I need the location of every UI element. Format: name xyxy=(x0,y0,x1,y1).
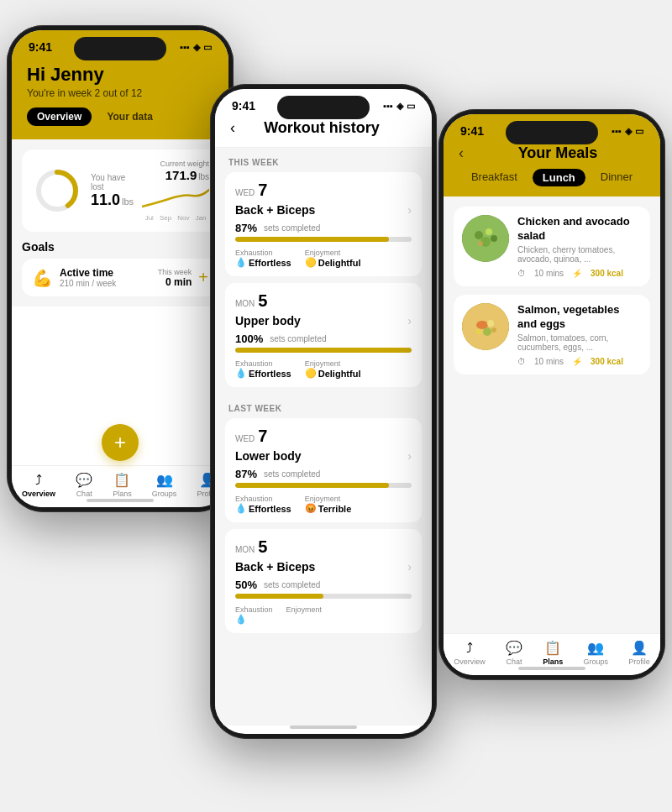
exhaustion-stat-2: Exhaustion 💧 Effortless xyxy=(235,359,291,379)
phone-workout: 9:41 ▪▪▪ ◈ ▭ ‹ Workout history THIS WEEK… xyxy=(210,84,437,739)
meal-name-2: Salmon, vegetables and eggs xyxy=(517,303,642,332)
workout-day-abbr-4: MON xyxy=(235,545,255,554)
workout-name-3: Lower body xyxy=(235,449,302,463)
phone-workout-screen: 9:41 ▪▪▪ ◈ ▭ ‹ Workout history THIS WEEK… xyxy=(215,89,432,734)
meal-image-1 xyxy=(462,215,509,262)
nav-item-plans[interactable]: 📋 Plans xyxy=(113,472,132,498)
enjoyment-label-4: Enjoyment xyxy=(286,605,323,614)
exhaustion-value-3: Effortless xyxy=(249,504,291,514)
workout-day-abbr-3: WED xyxy=(235,434,255,443)
tab-breakfast[interactable]: Breakfast xyxy=(465,169,524,186)
home-indicator-right xyxy=(518,667,585,670)
plans-icon: 📋 xyxy=(113,472,130,488)
enjoyment-stat-4: Enjoyment xyxy=(286,605,323,625)
exhaustion-stat-3: Exhaustion 💧 Effortless xyxy=(235,495,291,514)
exhaustion-stat-1: Exhaustion 💧 Effortless xyxy=(235,249,291,268)
workout-title: Workout history xyxy=(242,119,402,137)
exhaustion-label-1: Exhaustion xyxy=(235,249,291,257)
progress-fill-3 xyxy=(235,483,389,488)
battery-icon-right: ▭ xyxy=(635,126,643,137)
progress-fill-1 xyxy=(235,237,389,242)
plans-icon-right: 📋 xyxy=(544,640,561,656)
workout-day-num-4: 5 xyxy=(258,537,267,557)
goal-name: Active time xyxy=(60,267,151,279)
status-icons-right: ▪▪▪ ◈ ▭ xyxy=(612,126,643,137)
workout-entry-wed-7[interactable]: WED 7 Back + Biceps › 87% sets completed… xyxy=(225,172,422,276)
nav-label-right-overview: Overview xyxy=(454,657,486,666)
weight-lost-unit: lbs xyxy=(122,196,134,207)
nav-label-right-chat: Chat xyxy=(506,657,522,666)
workout-chevron-2: › xyxy=(407,314,412,327)
overview-body: You have lost 11.0 lbs Current weight 17… xyxy=(12,139,228,306)
meals-header: ‹ Your Meals Breakfast Lunch Dinner xyxy=(444,141,660,196)
workout-entry-mon-5[interactable]: MON 5 Upper body › 100% sets completed E… xyxy=(225,283,422,387)
goal-this-week-label: This week xyxy=(158,268,192,276)
workout-chevron-4: › xyxy=(407,560,412,574)
nav-item-overview[interactable]: ⤴ Overview xyxy=(22,473,55,498)
goals-title: Goals xyxy=(22,240,218,254)
status-icons-mid: ▪▪▪ ◈ ▭ xyxy=(383,101,415,112)
fab-button[interactable]: + xyxy=(102,424,139,461)
enjoyment-value-2: Delightful xyxy=(318,369,361,379)
meal-tabs: Breakfast Lunch Dinner xyxy=(459,169,645,186)
enjoyment-stat-1: Enjoyment 🟡 Delightful xyxy=(305,249,361,268)
meal-card-2[interactable]: Salmon, vegetables and eggs Salmon, toma… xyxy=(454,295,650,375)
tab-overview[interactable]: Overview xyxy=(27,107,92,126)
signal-icon-right: ▪▪▪ xyxy=(612,126,622,136)
sets-label-3: sets completed xyxy=(264,469,320,479)
enjoyment-stat-2: Enjoyment 🟡 Delightful xyxy=(305,359,361,379)
chart-label-nov: Nov xyxy=(177,214,189,222)
workout-name-2: Upper body xyxy=(235,314,301,327)
meals-title: Your Meals xyxy=(470,144,645,162)
current-weight-label: Current weight xyxy=(142,160,209,168)
status-time-mid: 9:41 xyxy=(232,99,255,113)
nav-label-right-groups: Groups xyxy=(584,657,609,666)
nav-item-right-groups[interactable]: 👥 Groups xyxy=(584,640,609,666)
back-button[interactable]: ‹ xyxy=(230,119,235,137)
exhaustion-icon-3: 💧 xyxy=(235,503,247,514)
overview-icon-right: ⤴ xyxy=(466,641,473,656)
workout-stats-2: Exhaustion 💧 Effortless Enjoyment 🟡 Deli… xyxy=(235,359,412,379)
goal-icon-muscle: 💪 xyxy=(32,268,53,288)
goal-add-button[interactable]: + xyxy=(198,268,208,287)
tab-lunch[interactable]: Lunch xyxy=(533,169,585,186)
goal-info: Active time 210 min / week xyxy=(60,267,151,288)
workout-day-abbr-1: WED xyxy=(235,188,255,197)
this-week-label: THIS WEEK xyxy=(215,148,432,172)
workout-stats-3: Exhaustion 💧 Effortless Enjoyment 😡 Terr… xyxy=(235,495,412,514)
workout-entry-lw-mon-5[interactable]: MON 5 Back + Biceps › 50% sets completed… xyxy=(225,529,422,633)
status-time-right: 9:41 xyxy=(460,124,484,138)
weight-lost-value: 11.0 xyxy=(91,191,120,209)
nav-item-chat[interactable]: 💬 Chat xyxy=(76,472,92,498)
workout-pct-2: 100% xyxy=(235,333,263,345)
workout-entry-lw-wed-7[interactable]: WED 7 Lower body › 87% sets completed Ex… xyxy=(225,418,422,522)
wifi-icon-right: ◈ xyxy=(625,126,632,137)
workout-name-1: Back + Biceps xyxy=(235,203,315,217)
meal-meta-2: ⏱ 10 mins ⚡ 300 kcal xyxy=(517,357,642,366)
nav-item-right-plans[interactable]: 📋 Plans xyxy=(543,640,563,666)
meal-card-1[interactable]: Chicken and avocado salad Chicken, cherr… xyxy=(454,207,650,286)
status-bar-mid: 9:41 ▪▪▪ ◈ ▭ xyxy=(215,89,432,116)
progress-bar-1 xyxy=(235,237,412,242)
workout-body: THIS WEEK WED 7 Back + Biceps › 87% sets… xyxy=(215,148,432,726)
sets-label-1: sets completed xyxy=(264,223,320,233)
meal-time-value-1: 10 mins xyxy=(534,269,564,278)
nav-item-right-chat[interactable]: 💬 Chat xyxy=(506,640,522,666)
svg-point-10 xyxy=(487,320,494,327)
svg-point-4 xyxy=(486,228,492,235)
home-indicator-mid xyxy=(290,726,357,729)
nav-item-right-profile[interactable]: 👤 Profile xyxy=(628,640,650,666)
progress-bar-4 xyxy=(235,594,412,599)
tab-your-data[interactable]: Your data xyxy=(97,107,162,126)
svg-point-7 xyxy=(478,241,483,246)
exhaustion-label-4: Exhaustion xyxy=(235,605,273,614)
subtitle-text: You're in week 2 out of 12 xyxy=(27,87,213,99)
exhaustion-value-2: Effortless xyxy=(249,369,291,379)
nav-item-right-overview[interactable]: ⤴ Overview xyxy=(454,641,486,666)
profile-icon-right: 👤 xyxy=(631,640,648,656)
meals-back-button[interactable]: ‹ xyxy=(459,144,464,162)
exhaustion-icon-2: 💧 xyxy=(235,368,247,379)
nav-item-groups[interactable]: 👥 Groups xyxy=(152,472,177,498)
goals-section: Goals 💪 Active time 210 min / week This … xyxy=(22,240,218,296)
tab-dinner[interactable]: Dinner xyxy=(594,169,639,186)
